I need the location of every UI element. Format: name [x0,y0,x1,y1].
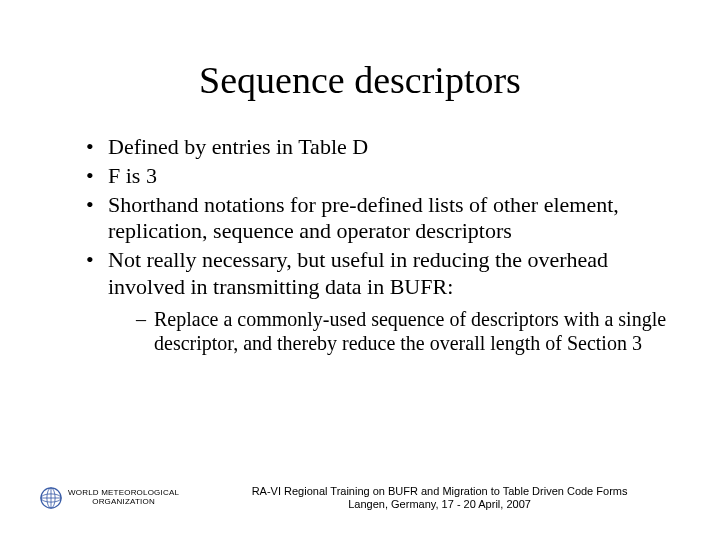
wmo-logo-icon [40,487,62,509]
bullet-item: Shorthand notations for pre-defined list… [86,192,670,246]
bullet-item: F is 3 [86,163,670,190]
bullet-list: Defined by entries in Table D F is 3 Sho… [50,134,670,356]
footer-left: WORLD METEOROLOGICAL ORGANIZATION [40,487,179,509]
org-line-2: ORGANIZATION [68,498,179,507]
sub-bullet-list: Replace a commonly-used sequence of desc… [108,307,670,356]
bullet-item: Not really necessary, but useful in redu… [86,247,670,355]
slide-title: Sequence descriptors [50,58,670,102]
org-name: WORLD METEOROLOGICAL ORGANIZATION [68,489,179,507]
bullet-text: Not really necessary, but useful in redu… [108,247,608,299]
footer-right: RA-VI Regional Training on BUFR and Migr… [179,485,680,513]
footer: WORLD METEOROLOGICAL ORGANIZATION RA-VI … [0,485,720,513]
event-line-1: RA-VI Regional Training on BUFR and Migr… [199,485,680,499]
event-line-2: Langen, Germany, 17 - 20 April, 2007 [199,498,680,512]
slide: Sequence descriptors Defined by entries … [0,0,720,540]
bullet-item: Defined by entries in Table D [86,134,670,161]
sub-bullet-item: Replace a commonly-used sequence of desc… [136,307,670,356]
